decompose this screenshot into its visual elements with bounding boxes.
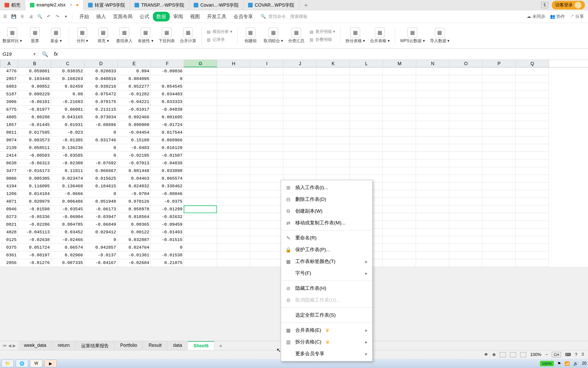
cell[interactable]: -0.01445	[18, 121, 51, 129]
ribbon-导入数据[interactable]: ▦导入数据 ▾	[430, 28, 449, 44]
col-header-M[interactable]: M	[383, 60, 416, 67]
ctx-创建副本(W)[interactable]: ⧉ 创建副本(W)	[281, 205, 372, 217]
cell[interactable]	[482, 190, 516, 198]
cell[interactable]	[184, 75, 217, 83]
cell[interactable]: 0.15188	[117, 136, 151, 144]
col-header-L[interactable]: L	[350, 60, 383, 67]
cell[interactable]: 0.033333	[151, 98, 184, 106]
cell[interactable]: -0.01282	[117, 90, 151, 98]
cell[interactable]	[482, 113, 516, 121]
cell[interactable]: 0.081448	[117, 167, 151, 175]
tab-close-icon[interactable]: ×	[70, 2, 72, 8]
cell[interactable]	[482, 213, 516, 221]
cell[interactable]: -0.04839	[151, 159, 184, 167]
cell[interactable]	[350, 167, 383, 175]
cell[interactable]	[250, 213, 283, 221]
cell[interactable]	[250, 167, 283, 175]
app-tab-1[interactable]: example2.xlsx × ●	[25, 0, 83, 10]
cell[interactable]	[217, 251, 250, 259]
cell[interactable]	[184, 221, 217, 228]
cell[interactable]: 0	[84, 144, 117, 152]
cell[interactable]	[416, 83, 449, 90]
menu-页面布局[interactable]: 页面布局	[109, 12, 136, 21]
cell[interactable]	[316, 152, 350, 159]
cell[interactable]	[250, 98, 283, 106]
cell[interactable]	[184, 251, 217, 259]
cell[interactable]	[516, 75, 549, 83]
cell[interactable]	[283, 121, 316, 129]
cell[interactable]	[482, 90, 516, 98]
redo-icon[interactable]: ↷	[54, 13, 61, 20]
cell[interactable]	[516, 251, 549, 259]
cell[interactable]	[449, 152, 482, 159]
ribbon-折叠明细[interactable]: ▥ 折叠明细	[310, 37, 335, 42]
cell[interactable]: 0375	[0, 244, 18, 251]
cell[interactable]	[250, 190, 283, 198]
cell[interactable]: 0.083573	[18, 136, 51, 144]
undo-icon[interactable]: ↶	[45, 13, 52, 20]
cell[interactable]: -0.0137	[84, 251, 117, 259]
cell[interactable]	[283, 106, 316, 113]
cell[interactable]	[449, 136, 482, 144]
cell[interactable]	[383, 152, 416, 159]
cell[interactable]	[482, 144, 516, 152]
cell[interactable]	[250, 106, 283, 113]
cell[interactable]: 0.06081	[51, 106, 84, 113]
cell[interactable]: 0.065574	[151, 175, 184, 182]
cell[interactable]: -0.06904	[51, 213, 84, 221]
col-header-C[interactable]: C	[51, 60, 84, 67]
cell[interactable]: 2139	[0, 144, 18, 152]
cell[interactable]: -0.03585	[51, 152, 84, 159]
cell[interactable]: 0.020979	[18, 198, 51, 205]
col-header-P[interactable]: P	[483, 60, 516, 67]
ctx-选定全部工作表(S)[interactable]: 选定全部工作表(S)	[281, 309, 372, 321]
cell[interactable]	[383, 213, 416, 221]
cell[interactable]	[184, 90, 217, 98]
cell[interactable]	[217, 90, 250, 98]
cell[interactable]	[482, 67, 516, 75]
cell[interactable]	[482, 236, 516, 244]
cell[interactable]	[250, 90, 283, 98]
ribbon-记录单[interactable]: ▥ 记录单	[207, 37, 232, 42]
cell[interactable]: 4805	[0, 113, 18, 121]
tray-network-icon[interactable]: 📶	[565, 361, 570, 366]
cell[interactable]	[184, 228, 217, 236]
col-header-F[interactable]: F	[151, 60, 184, 67]
cell[interactable]: -0.0666	[51, 190, 84, 198]
cell[interactable]	[416, 259, 449, 267]
cell[interactable]: -0.016173	[18, 167, 51, 175]
cell[interactable]	[449, 159, 482, 167]
cell[interactable]: -0.02195	[117, 152, 151, 159]
cell[interactable]: 0.020833	[84, 67, 117, 75]
cell[interactable]: 5187	[0, 90, 18, 98]
cell[interactable]	[217, 159, 250, 167]
cell[interactable]	[383, 259, 416, 267]
cell[interactable]	[250, 228, 283, 236]
cell[interactable]: 0.168263	[51, 75, 84, 83]
cell[interactable]	[383, 83, 416, 90]
cell[interactable]	[516, 190, 549, 198]
tray-volume-icon[interactable]: 🔊	[573, 361, 578, 366]
cell[interactable]: 2056	[0, 259, 18, 267]
menu-icon[interactable]: ☰	[2, 13, 9, 20]
cell[interactable]: 4828	[0, 228, 18, 236]
cell[interactable]	[217, 190, 250, 198]
col-header-D[interactable]: D	[84, 60, 118, 67]
cell[interactable]	[516, 67, 549, 75]
col-header-B[interactable]: B	[18, 60, 51, 67]
ctx-更多会员专享[interactable]: 更多会员专享 ▸	[281, 348, 372, 360]
cell[interactable]	[516, 152, 549, 159]
cell[interactable]	[383, 251, 416, 259]
sheet-nav-first-icon[interactable]: ⏮	[3, 343, 7, 348]
cell[interactable]	[250, 221, 283, 228]
cell[interactable]	[316, 121, 350, 129]
cell[interactable]	[283, 98, 316, 106]
cell[interactable]	[416, 129, 449, 136]
col-header-I[interactable]: I	[250, 60, 284, 67]
cell[interactable]	[217, 136, 250, 144]
help-icon[interactable]: ?	[575, 352, 577, 357]
cell[interactable]	[482, 198, 516, 205]
cell[interactable]	[516, 83, 549, 90]
cell[interactable]: -0.04454	[117, 129, 151, 136]
cell[interactable]: -0.21693	[51, 98, 84, 106]
